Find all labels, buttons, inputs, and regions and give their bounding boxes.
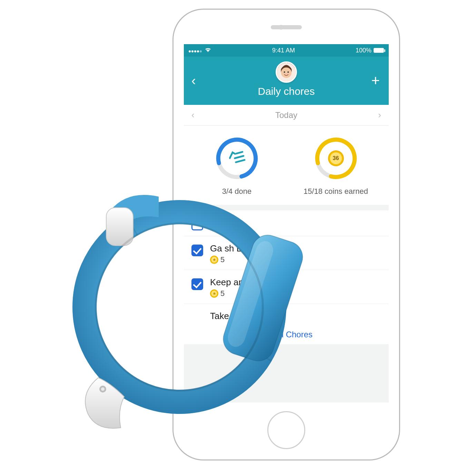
page-title: Daily chores [184, 86, 389, 97]
svg-point-1 [281, 68, 292, 78]
chore-row[interactable]: Ga sh Laundry 5 [184, 236, 389, 270]
progress-row: 3/4 done 36 15/18 coins earned [184, 126, 389, 205]
svg-point-18 [101, 387, 105, 391]
svg-line-7 [235, 156, 243, 158]
home-button[interactable] [267, 411, 305, 449]
view-all-chores-link[interactable]: V l Chores [184, 324, 389, 344]
add-button[interactable]: + [371, 73, 380, 88]
coins-progress-ring: 36 [314, 136, 358, 181]
svg-point-3 [287, 71, 289, 73]
battery-icon [374, 48, 384, 53]
checklist-icon [229, 150, 245, 167]
chore-row[interactable] [184, 210, 389, 236]
phone-earpiece [271, 25, 302, 29]
chore-title: Take O [210, 311, 381, 321]
signal-dots-icon [189, 47, 202, 54]
checkbox[interactable] [191, 245, 203, 256]
date-navigator: ‹ Today › [184, 105, 389, 126]
coins-label: 15/18 coins earned [286, 187, 385, 196]
chore-title: Keep an [210, 277, 381, 288]
prev-day-button[interactable]: ‹ [191, 110, 195, 120]
chore-row[interactable]: Take O [184, 304, 389, 324]
phone-screen: 9:41 AM 100% ‹ + Daily chores ‹ [184, 44, 389, 403]
coin-icon [210, 289, 218, 298]
chore-title: Ga sh Laundry [210, 243, 381, 254]
status-bar: 9:41 AM 100% [184, 44, 389, 57]
svg-point-17 [99, 386, 106, 393]
checkbox[interactable] [191, 219, 203, 230]
back-button[interactable]: ‹ [191, 74, 196, 87]
svg-point-2 [284, 71, 285, 73]
svg-line-8 [236, 152, 242, 153]
app-header: ‹ + Daily chores [184, 57, 389, 105]
chore-reward: 5 [220, 255, 225, 264]
done-progress-ring [215, 136, 259, 181]
date-label: Today [275, 110, 297, 120]
coin-icon [210, 219, 218, 227]
chore-list: Ga sh Laundry 5 Keep an 5 Take O [184, 210, 389, 344]
wifi-icon [205, 47, 211, 53]
done-label: 3/4 done [187, 187, 286, 196]
svg-line-6 [236, 160, 244, 162]
coin-icon [210, 256, 218, 264]
child-avatar[interactable] [276, 61, 297, 83]
clock: 9:41 AM [272, 47, 295, 54]
phone-frame: 9:41 AM 100% ‹ + Daily chores ‹ [172, 9, 400, 460]
done-progress-card: 3/4 done [187, 136, 286, 196]
battery-percent: 100% [356, 47, 371, 54]
checkbox[interactable] [191, 278, 203, 290]
next-day-button[interactable]: › [378, 110, 381, 120]
coins-progress-card: 36 15/18 coins earned [286, 136, 385, 196]
chore-row[interactable]: Keep an 5 [184, 270, 389, 304]
svg-rect-13 [106, 208, 133, 246]
chore-reward: 5 [220, 289, 225, 298]
coin-badge-icon: 36 [328, 150, 344, 166]
